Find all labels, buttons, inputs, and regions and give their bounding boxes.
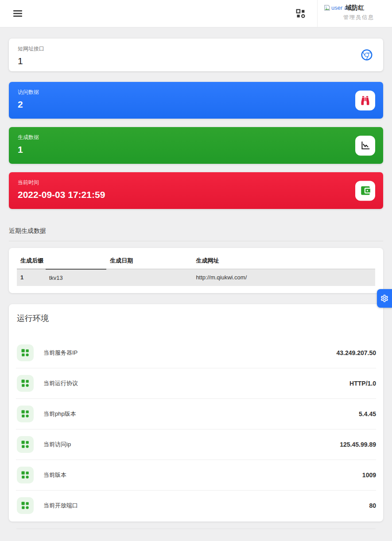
environment-card: 运行环境 当前服务器IP43.249.207.50当前运行协议HTTP/1.0当… (9, 304, 383, 522)
username: 域防红 (345, 4, 364, 12)
apps-grid-icon[interactable] (296, 9, 306, 19)
user-role-label: 管理员信息 (324, 14, 374, 21)
stat-card-generated[interactable]: 生成数据 1 (9, 127, 383, 164)
stat-label: 生成数据 (18, 134, 374, 141)
env-row-value: 125.45.99.89 (340, 441, 376, 448)
stat-card-visits[interactable]: 访问数据 2 (9, 82, 383, 119)
grid-squares-icon (17, 406, 34, 422)
column-header-url[interactable]: 生成网址 (192, 251, 375, 269)
env-row[interactable]: 当前开放端口80 (16, 490, 376, 521)
settings-fab-button[interactable] (377, 289, 392, 308)
stat-value: 1 (18, 144, 374, 155)
stat-label: 当前时间 (18, 179, 374, 186)
wallet-icon (355, 181, 375, 201)
stat-cards: 短网址接口 1 访问数据 2 生成数据 1 当前时间 2022-09-03 17… (0, 27, 392, 209)
stat-label: 短网址接口 (18, 45, 374, 53)
env-row-label: 当前访问ip (43, 441, 340, 448)
env-row[interactable]: 当前访问ip125.45.99.89 (16, 429, 376, 460)
env-row-label: 当前版本 (43, 471, 362, 479)
env-row-value: 80 (369, 502, 376, 509)
grid-squares-icon (17, 467, 34, 483)
grid-squares-icon (17, 344, 34, 361)
row-number: 1 (17, 269, 46, 286)
stat-label: 访问数据 (18, 89, 374, 96)
env-row-value: HTTP/1.0 (349, 380, 376, 387)
row-suffix: tkv13 (46, 269, 107, 286)
gear-icon (380, 294, 389, 303)
stat-card-short-url[interactable]: 短网址接口 1 (9, 39, 383, 71)
env-row-label: 当前服务器IP (43, 349, 336, 357)
env-row[interactable]: 当前php版本5.4.45 (16, 398, 376, 429)
section-divider (9, 241, 383, 241)
user-info[interactable]: user avatar 域防红 管理员信息 (317, 0, 392, 27)
column-header-suffix[interactable]: 生成后缀 (17, 251, 46, 269)
column-header-date[interactable]: 生成日期 (106, 251, 192, 269)
bottom-divider (16, 529, 376, 529)
stat-value: 1 (18, 56, 374, 66)
env-row[interactable]: 当前运行协议HTTP/1.0 (16, 368, 376, 398)
env-row-value: 5.4.45 (359, 410, 376, 417)
env-row-label: 当前php版本 (43, 410, 359, 418)
grid-squares-icon (17, 375, 34, 392)
env-row[interactable]: 当前服务器IP43.249.207.50 (16, 338, 376, 368)
env-row[interactable]: 当前版本1009 (16, 460, 376, 490)
stat-value: 2 (18, 99, 374, 110)
stat-card-current-time[interactable]: 当前时间 2022-09-03 17:21:59 (9, 172, 383, 209)
stat-value: 2022-09-03 17:21:59 (18, 189, 374, 200)
line-chart-icon (355, 135, 375, 155)
top-bar: user avatar 域防红 管理员信息 (0, 0, 392, 27)
grid-squares-icon (17, 497, 34, 514)
env-row-value: 1009 (362, 471, 376, 479)
recent-table-card: 生成后缀 生成日期 生成网址 1 tkv13 http://m.qiukwi.c… (9, 248, 383, 293)
recent-section-title: 近期生成数据 (9, 227, 383, 235)
grid-squares-icon (17, 436, 34, 453)
row-date (106, 269, 192, 286)
recent-table: 生成后缀 生成日期 生成网址 1 tkv13 http://m.qiukwi.c… (17, 251, 375, 286)
broken-avatar-icon: user avatar (324, 4, 349, 11)
env-row-label: 当前开放端口 (43, 502, 369, 510)
env-row-label: 当前运行协议 (43, 379, 349, 387)
chrome-icon (360, 48, 373, 62)
column-header-sort[interactable] (46, 251, 107, 269)
binoculars-icon (355, 90, 375, 110)
menu-hamburger-icon[interactable] (13, 9, 22, 18)
table-row[interactable]: 1 tkv13 http://m.qiukwi.com/ (17, 269, 375, 286)
environment-title: 运行环境 (16, 311, 376, 324)
row-url: http://m.qiukwi.com/ (192, 269, 375, 286)
env-row-value: 43.249.207.50 (336, 349, 376, 356)
